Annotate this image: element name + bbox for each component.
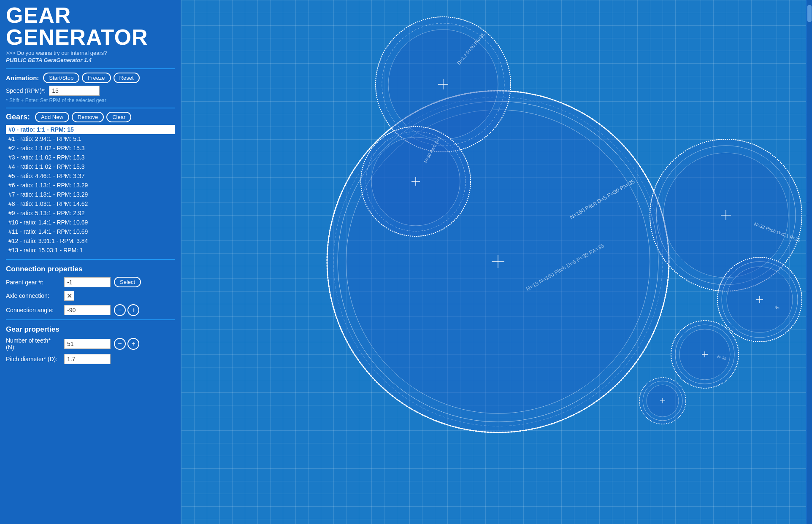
- gear-svg-canvas[interactable]: N=150 Pitch D=5 P=30 PA=35 D=1.7 P=30 PA…: [181, 0, 812, 524]
- rpm-hint: * Shift + Enter: Set RPM of the selected…: [6, 97, 175, 103]
- connection-title: Connection properties: [6, 265, 175, 273]
- animation-label: Animation:: [6, 74, 39, 81]
- gear-list-item-5[interactable]: #5 - ratio: 4.46:1 - RPM: 3.37: [6, 171, 175, 181]
- speed-input[interactable]: [49, 86, 100, 96]
- parent-gear-label: Parent gear #:: [6, 279, 61, 286]
- angle-decrement-button[interactable]: −: [114, 304, 126, 316]
- gear-list-item-7[interactable]: #7 - ratio: 1.13:1 - RPM: 13.29: [6, 190, 175, 199]
- right-medium-gear[interactable]: N*: [717, 257, 802, 342]
- teeth-increment-button[interactable]: +: [127, 338, 139, 350]
- promo-text: >>> Do you wanna try our internal gears?: [6, 50, 175, 56]
- scrollbar[interactable]: [806, 0, 812, 524]
- gear-list-item-3[interactable]: #3 - ratio: 1:1.02 - RPM: 15.3: [6, 153, 175, 162]
- speed-label: Speed (RPM)*:: [6, 87, 46, 94]
- gear-props-title: Gear properties: [6, 325, 175, 334]
- app-title: GEAR GENERATOR: [6, 4, 175, 48]
- gears-label: Gears:: [6, 113, 30, 122]
- beta-text: PUBLIC BETA GeraGenerator 1.4: [6, 57, 175, 63]
- gear-list-item-13[interactable]: #13 - ratio: 15.03:1 - RPM: 1: [6, 246, 175, 255]
- gear-list-item-6[interactable]: #6 - ratio: 1.13:1 - RPM: 13.29: [6, 181, 175, 190]
- pitch-input[interactable]: [64, 354, 111, 364]
- gear-list-item-11[interactable]: #11 - ratio: 1.4:1 - RPM: 10.69: [6, 227, 175, 236]
- scroll-thumb[interactable]: [807, 5, 812, 22]
- teeth-label: Number of teeth* (N):: [6, 337, 61, 351]
- gear-list-item-8[interactable]: #8 - ratio: 1.03:1 - RPM: 14.62: [6, 199, 175, 208]
- gear-list-item-12[interactable]: #12 - ratio: 3.91:1 - RPM: 3.84: [6, 236, 175, 246]
- start-stop-button[interactable]: Start/Stop: [43, 73, 79, 83]
- add-new-button[interactable]: Add New: [35, 112, 69, 122]
- gear-list: #0 - ratio: 1:1 - RPM: 15#1 - ratio: 2.9…: [6, 125, 175, 255]
- gear-list-item-2[interactable]: #2 - ratio: 1:1.02 - RPM: 15.3: [6, 143, 175, 153]
- angle-increment-button[interactable]: +: [127, 304, 139, 316]
- reset-button[interactable]: Reset: [114, 73, 140, 83]
- gear-list-item-10[interactable]: #10 - ratio: 1.4:1 - RPM: 10.69: [6, 218, 175, 227]
- gear-list-item-0[interactable]: #0 - ratio: 1:1 - RPM: 15: [6, 125, 175, 134]
- teeth-input[interactable]: [64, 339, 111, 349]
- left-panel: GEAR GENERATOR >>> Do you wanna try our …: [0, 0, 181, 524]
- clear-button[interactable]: Clear: [106, 112, 131, 122]
- axle-checkbox[interactable]: ✕: [64, 291, 74, 301]
- freeze-button[interactable]: Freeze: [82, 73, 111, 83]
- gear-list-item-9[interactable]: #9 - ratio: 5.13:1 - RPM: 2.92: [6, 208, 175, 218]
- teeth-decrement-button[interactable]: −: [114, 338, 126, 350]
- bottom-right-gear[interactable]: [639, 378, 686, 424]
- select-button[interactable]: Select: [114, 277, 141, 287]
- gear-list-item-4[interactable]: #4 - ratio: 1:1.02 - RPM: 15.3: [6, 162, 175, 171]
- remove-button[interactable]: Remove: [72, 112, 104, 122]
- connection-angle-input[interactable]: [64, 305, 111, 315]
- gear-list-item-1[interactable]: #1 - ratio: 2.94:1 - RPM: 5.1: [6, 134, 175, 143]
- connection-angle-label: Connection angle:: [6, 307, 61, 313]
- right-small-gear[interactable]: N=39: [671, 321, 739, 388]
- parent-gear-input[interactable]: [64, 277, 111, 287]
- axle-connection-label: Axle connection:: [6, 292, 61, 299]
- left-gear[interactable]: N=30 Pitch D=1: [361, 127, 471, 236]
- pitch-label: Pitch diameter* (D):: [6, 356, 61, 362]
- blueprint-canvas-area[interactable]: N=150 Pitch D=5 P=30 PA=35 D=1.7 P=30 PA…: [181, 0, 812, 524]
